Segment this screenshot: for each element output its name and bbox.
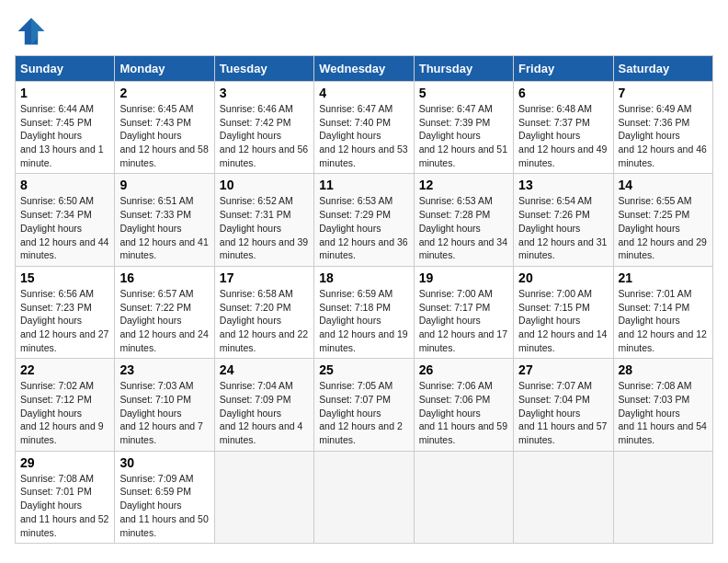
- day-info: Sunrise: 6:46 AMSunset: 7:42 PMDaylight …: [220, 103, 308, 168]
- day-number: 29: [20, 455, 109, 470]
- calendar-cell: 11 Sunrise: 6:53 AMSunset: 7:29 PMDaylig…: [314, 174, 414, 266]
- page-header: [15, 15, 713, 48]
- day-number: 14: [619, 178, 708, 192]
- col-header-sunday: Sunday: [16, 56, 115, 82]
- calendar-cell: [314, 451, 414, 543]
- calendar-cell: [214, 451, 313, 543]
- day-info: Sunrise: 6:54 AMSunset: 7:26 PMDaylight …: [518, 195, 607, 260]
- calendar-cell: 3 Sunrise: 6:46 AMSunset: 7:42 PMDayligh…: [214, 82, 313, 174]
- calendar-cell: 24 Sunrise: 7:04 AMSunset: 7:09 PMDaylig…: [214, 359, 313, 451]
- calendar-cell: 20 Sunrise: 7:00 AMSunset: 7:15 PMDaylig…: [514, 266, 613, 358]
- day-number: 19: [419, 270, 508, 285]
- day-info: Sunrise: 6:49 AMSunset: 7:36 PMDaylight …: [619, 103, 707, 168]
- calendar-cell: 28 Sunrise: 7:08 AMSunset: 7:03 PMDaylig…: [613, 359, 712, 451]
- calendar-cell: 25 Sunrise: 7:05 AMSunset: 7:07 PMDaylig…: [314, 359, 414, 451]
- day-info: Sunrise: 6:59 AMSunset: 7:18 PMDaylight …: [319, 288, 407, 353]
- day-number: 30: [119, 455, 209, 470]
- day-info: Sunrise: 7:09 AMSunset: 6:59 PMDaylight …: [119, 473, 208, 538]
- calendar-cell: 17 Sunrise: 6:58 AMSunset: 7:20 PMDaylig…: [214, 266, 313, 358]
- calendar-week-row: 22 Sunrise: 7:02 AMSunset: 7:12 PMDaylig…: [16, 359, 713, 451]
- day-info: Sunrise: 6:57 AMSunset: 7:22 PMDaylight …: [119, 288, 208, 353]
- calendar-week-row: 29 Sunrise: 7:08 AMSunset: 7:01 PMDaylig…: [16, 451, 713, 543]
- calendar-cell: 27 Sunrise: 7:07 AMSunset: 7:04 PMDaylig…: [514, 359, 613, 451]
- day-number: 8: [20, 178, 109, 192]
- day-info: Sunrise: 7:08 AMSunset: 7:03 PMDaylight …: [619, 380, 707, 445]
- calendar-cell: 13 Sunrise: 6:54 AMSunset: 7:26 PMDaylig…: [514, 174, 613, 266]
- col-header-friday: Friday: [514, 56, 613, 82]
- day-number: 11: [319, 178, 408, 192]
- day-info: Sunrise: 7:06 AMSunset: 7:06 PMDaylight …: [419, 380, 507, 445]
- day-info: Sunrise: 6:53 AMSunset: 7:29 PMDaylight …: [319, 195, 407, 260]
- calendar-cell: 5 Sunrise: 6:47 AMSunset: 7:39 PMDayligh…: [414, 82, 513, 174]
- calendar-cell: 12 Sunrise: 6:53 AMSunset: 7:28 PMDaylig…: [414, 174, 513, 266]
- day-number: 18: [319, 270, 408, 285]
- day-number: 7: [619, 86, 708, 100]
- calendar-cell: [514, 451, 613, 543]
- day-info: Sunrise: 7:05 AMSunset: 7:07 PMDaylight …: [319, 380, 403, 445]
- calendar-cell: 4 Sunrise: 6:47 AMSunset: 7:40 PMDayligh…: [314, 82, 414, 174]
- calendar-cell: 26 Sunrise: 7:06 AMSunset: 7:06 PMDaylig…: [414, 359, 513, 451]
- col-header-tuesday: Tuesday: [214, 56, 313, 82]
- day-number: 16: [119, 270, 209, 285]
- calendar-cell: 6 Sunrise: 6:48 AMSunset: 7:37 PMDayligh…: [514, 82, 613, 174]
- col-header-wednesday: Wednesday: [314, 56, 414, 82]
- day-number: 27: [518, 362, 608, 377]
- calendar-table: SundayMondayTuesdayWednesdayThursdayFrid…: [15, 55, 713, 544]
- day-number: 28: [619, 362, 708, 377]
- day-info: Sunrise: 6:44 AMSunset: 7:45 PMDaylight …: [20, 103, 104, 168]
- calendar-cell: [414, 451, 513, 543]
- day-number: 10: [220, 178, 309, 192]
- day-number: 15: [20, 270, 109, 285]
- day-info: Sunrise: 7:03 AMSunset: 7:10 PMDaylight …: [119, 380, 203, 445]
- day-number: 26: [419, 362, 508, 377]
- day-number: 6: [518, 86, 608, 100]
- day-number: 22: [20, 362, 109, 377]
- day-info: Sunrise: 6:51 AMSunset: 7:33 PMDaylight …: [119, 195, 208, 260]
- calendar-cell: 14 Sunrise: 6:55 AMSunset: 7:25 PMDaylig…: [613, 174, 712, 266]
- day-info: Sunrise: 6:52 AMSunset: 7:31 PMDaylight …: [220, 195, 308, 260]
- calendar-cell: 15 Sunrise: 6:56 AMSunset: 7:23 PMDaylig…: [16, 266, 115, 358]
- day-number: 9: [119, 178, 209, 192]
- col-header-thursday: Thursday: [414, 56, 513, 82]
- calendar-cell: 9 Sunrise: 6:51 AMSunset: 7:33 PMDayligh…: [115, 174, 214, 266]
- day-number: 25: [319, 362, 408, 377]
- day-info: Sunrise: 7:00 AMSunset: 7:15 PMDaylight …: [518, 288, 607, 353]
- day-info: Sunrise: 6:47 AMSunset: 7:39 PMDaylight …: [419, 103, 507, 168]
- day-info: Sunrise: 7:04 AMSunset: 7:09 PMDaylight …: [220, 380, 303, 445]
- calendar-cell: 30 Sunrise: 7:09 AMSunset: 6:59 PMDaylig…: [115, 451, 214, 543]
- calendar-cell: 7 Sunrise: 6:49 AMSunset: 7:36 PMDayligh…: [613, 82, 712, 174]
- calendar-cell: 19 Sunrise: 7:00 AMSunset: 7:17 PMDaylig…: [414, 266, 513, 358]
- day-number: 20: [518, 270, 608, 285]
- day-number: 12: [419, 178, 508, 192]
- day-number: 21: [619, 270, 708, 285]
- logo-icon: [15, 15, 48, 48]
- day-number: 5: [419, 86, 508, 100]
- day-info: Sunrise: 6:45 AMSunset: 7:43 PMDaylight …: [119, 103, 208, 168]
- day-number: 24: [220, 362, 309, 377]
- day-info: Sunrise: 6:50 AMSunset: 7:34 PMDaylight …: [20, 195, 108, 260]
- day-info: Sunrise: 7:01 AMSunset: 7:14 PMDaylight …: [619, 288, 707, 353]
- logo: [15, 15, 53, 48]
- calendar-week-row: 15 Sunrise: 6:56 AMSunset: 7:23 PMDaylig…: [16, 266, 713, 358]
- day-info: Sunrise: 6:58 AMSunset: 7:20 PMDaylight …: [220, 288, 308, 353]
- calendar-cell: 8 Sunrise: 6:50 AMSunset: 7:34 PMDayligh…: [16, 174, 115, 266]
- col-header-saturday: Saturday: [613, 56, 712, 82]
- day-number: 4: [319, 86, 408, 100]
- calendar-cell: [613, 451, 712, 543]
- calendar-cell: 16 Sunrise: 6:57 AMSunset: 7:22 PMDaylig…: [115, 266, 214, 358]
- day-number: 23: [119, 362, 209, 377]
- day-info: Sunrise: 6:48 AMSunset: 7:37 PMDaylight …: [518, 103, 607, 168]
- col-header-monday: Monday: [115, 56, 214, 82]
- day-info: Sunrise: 7:00 AMSunset: 7:17 PMDaylight …: [419, 288, 507, 353]
- calendar-cell: 21 Sunrise: 7:01 AMSunset: 7:14 PMDaylig…: [613, 266, 712, 358]
- day-info: Sunrise: 6:56 AMSunset: 7:23 PMDaylight …: [20, 288, 108, 353]
- calendar-cell: 22 Sunrise: 7:02 AMSunset: 7:12 PMDaylig…: [16, 359, 115, 451]
- calendar-cell: 1 Sunrise: 6:44 AMSunset: 7:45 PMDayligh…: [16, 82, 115, 174]
- calendar-cell: 10 Sunrise: 6:52 AMSunset: 7:31 PMDaylig…: [214, 174, 313, 266]
- calendar-cell: 29 Sunrise: 7:08 AMSunset: 7:01 PMDaylig…: [16, 451, 115, 543]
- day-info: Sunrise: 7:07 AMSunset: 7:04 PMDaylight …: [518, 380, 607, 445]
- day-number: 1: [20, 86, 109, 100]
- day-info: Sunrise: 7:02 AMSunset: 7:12 PMDaylight …: [20, 380, 104, 445]
- day-number: 3: [220, 86, 309, 100]
- calendar-week-row: 8 Sunrise: 6:50 AMSunset: 7:34 PMDayligh…: [16, 174, 713, 266]
